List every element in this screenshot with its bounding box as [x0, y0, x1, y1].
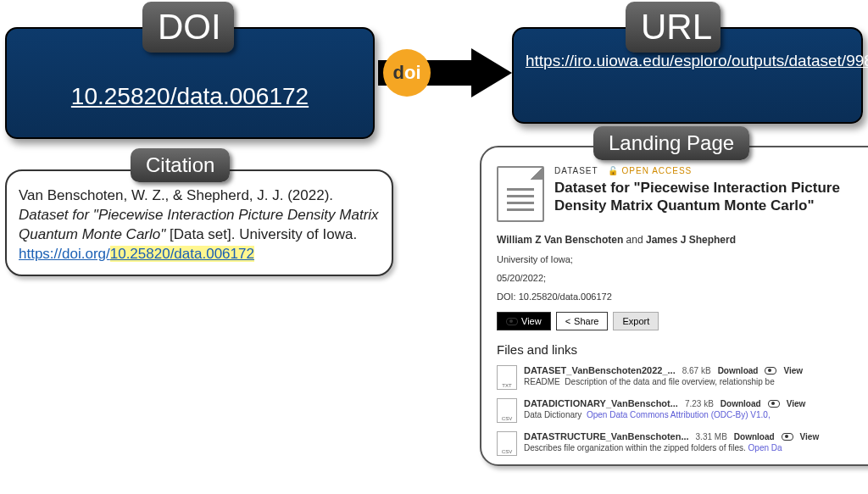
- eye-icon: [765, 367, 776, 375]
- landing-page-panel: DATASET 🔓 OPEN ACCESS Dataset for "Piece…: [480, 146, 868, 466]
- citation-year: (2022).: [287, 187, 333, 203]
- landing-authors: William Z Van Benschoten and James J She…: [497, 234, 868, 246]
- doi-badge: DOI: [142, 2, 234, 53]
- view-link[interactable]: View: [783, 366, 803, 375]
- document-icon: [497, 166, 544, 222]
- citation-badge: Citation: [131, 148, 230, 182]
- file-size: 8.67 kB: [682, 366, 711, 375]
- eye-icon: [782, 433, 793, 441]
- view-button[interactable]: View: [497, 312, 551, 330]
- view-link[interactable]: View: [800, 432, 820, 441]
- citation-rest: [Data set]. University of Iowa.: [170, 226, 357, 242]
- file-size: 7.23 kB: [685, 399, 714, 408]
- file-row: CSV DATASTRUCTURE_VanBenschoten... 3.31 …: [497, 431, 868, 456]
- file-size: 3.31 MB: [696, 432, 727, 441]
- eye-icon: [506, 318, 518, 325]
- share-icon: <: [565, 316, 570, 326]
- landing-institution: University of Iowa;: [497, 254, 868, 264]
- file-row: TXT DATASET_VanBenschoten2022_... 8.67 k…: [497, 365, 868, 390]
- file-type-icon: CSV: [497, 398, 517, 423]
- url-value-link[interactable]: https://iro.uiowa.edu/esploro/outputs/da…: [514, 51, 861, 72]
- files-and-links-header: Files and links: [497, 342, 868, 357]
- file-type-icon: CSV: [497, 431, 517, 456]
- share-button[interactable]: < Share: [556, 312, 609, 330]
- landing-tagline: DATASET 🔓 OPEN ACCESS: [554, 166, 868, 175]
- file-name[interactable]: DATADICTIONARY_VanBenschot...: [524, 398, 678, 408]
- citation-panel: Van Benschoten, W. Z., & Shepherd, J. J.…: [5, 169, 393, 276]
- landing-title: Dataset for "Piecewise Interaction Pictu…: [554, 179, 868, 215]
- file-type-icon: TXT: [497, 365, 517, 390]
- landing-date: 05/20/2022;: [497, 273, 868, 283]
- download-link[interactable]: Download: [721, 399, 761, 408]
- landing-page-badge: Landing Page: [593, 126, 749, 160]
- open-access-icon: 🔓: [608, 166, 619, 175]
- landing-doi-line: DOI: 10.25820/data.006172: [497, 291, 868, 302]
- eye-icon: [768, 400, 780, 408]
- url-badge: URL: [626, 2, 721, 53]
- download-link[interactable]: Download: [734, 432, 775, 441]
- doi-value-link[interactable]: 10.25820/data.006172: [7, 83, 373, 110]
- view-link[interactable]: View: [787, 399, 806, 408]
- download-link[interactable]: Download: [718, 366, 759, 375]
- doi-logo-icon: doi: [383, 49, 431, 97]
- citation-authors: Van Benschoten, W. Z., & Shepherd, J. J.: [19, 187, 287, 203]
- file-name[interactable]: DATASTRUCTURE_VanBenschoten...: [524, 431, 689, 441]
- file-name[interactable]: DATASET_VanBenschoten2022_...: [524, 365, 676, 375]
- file-row: CSV DATADICTIONARY_VanBenschot... 7.23 k…: [497, 398, 868, 423]
- citation-doi-link[interactable]: https://doi.org/10.25820/data.006172: [19, 246, 254, 262]
- export-button[interactable]: Export: [613, 312, 659, 330]
